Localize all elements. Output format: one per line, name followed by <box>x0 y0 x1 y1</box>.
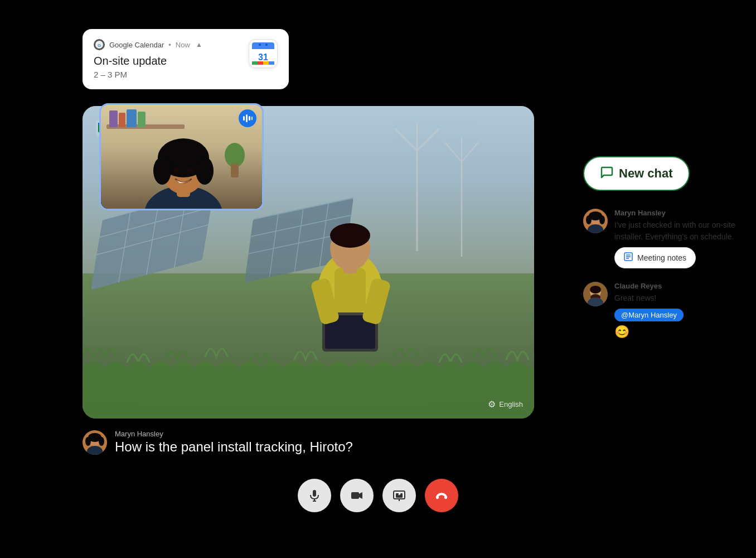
svg-rect-57 <box>109 110 118 127</box>
chat-content-maryn: Maryn Hansley I've just checked in with … <box>614 209 739 268</box>
notification-title: On-site update <box>94 55 242 68</box>
svg-rect-62 <box>231 163 239 177</box>
svg-rect-58 <box>119 113 125 127</box>
notes-icon <box>624 252 633 263</box>
notification-dot: • <box>168 41 171 49</box>
caption-speech-text: How is the panel install tracking, Hirot… <box>115 439 353 455</box>
svg-rect-59 <box>127 109 137 127</box>
svg-rect-17 <box>252 62 274 65</box>
caption-bar: Maryn Hansley How is the panel install t… <box>83 430 353 455</box>
new-chat-button[interactable]: New chat <box>583 156 690 191</box>
svg-rect-81 <box>313 490 316 497</box>
svg-rect-74 <box>251 117 253 120</box>
svg-point-70 <box>187 168 193 174</box>
svg-point-68 <box>196 157 214 185</box>
globe-icon: ⚙ <box>488 399 496 410</box>
chat-avatar-maryn <box>583 209 608 233</box>
svg-rect-45 <box>335 268 366 312</box>
audio-wave-icon <box>243 113 253 123</box>
language-badge[interactable]: ⚙ English <box>488 399 523 410</box>
svg-point-78 <box>85 437 91 446</box>
audio-indicator <box>239 109 256 127</box>
notification-source: Google Calendar <box>109 41 164 49</box>
chat-text-maryn: I've just checked in with our on-site in… <box>614 219 739 243</box>
svg-point-48 <box>330 223 370 248</box>
camera-button[interactable] <box>340 479 374 512</box>
calendar-badge: 31 <box>249 39 278 68</box>
svg-point-67 <box>153 157 171 185</box>
google-calendar-icon: G <box>94 39 105 50</box>
chat-message-2: Claude Reyes Great news! @Maryn Hansley … <box>583 282 739 339</box>
control-bar <box>298 479 458 512</box>
notification-header: G Google Calendar • Now ▲ <box>94 39 242 50</box>
notification-card: G Google Calendar • Now ▲ On-site update… <box>83 29 289 89</box>
meeting-notes-label: Meeting notes <box>637 253 686 262</box>
language-label: English <box>499 400 523 408</box>
svg-point-79 <box>99 437 104 446</box>
svg-point-94 <box>599 215 605 224</box>
chat-bubble-icon <box>600 165 613 182</box>
chat-message-1: Maryn Hansley I've just checked in with … <box>583 209 739 268</box>
chat-panel: New chat Maryn Hansley I've just checked… <box>583 156 739 353</box>
notification-time: Now <box>176 41 190 49</box>
notification-subtitle: 2 – 3 PM <box>94 70 242 79</box>
self-view-background <box>101 105 262 209</box>
svg-point-69 <box>174 168 180 174</box>
chat-sender-claude: Claude Reyes <box>614 282 739 290</box>
svg-rect-71 <box>243 116 245 121</box>
camera-icon <box>350 489 364 502</box>
caption-speaker-name: Maryn Hansley <box>115 430 353 438</box>
svg-point-93 <box>586 215 592 224</box>
self-view-pip <box>99 103 264 210</box>
svg-text:31: 31 <box>258 52 268 62</box>
hangup-icon <box>434 488 449 503</box>
mention-chip[interactable]: @Maryn Hansley <box>614 309 684 321</box>
svg-rect-72 <box>246 114 248 122</box>
svg-rect-84 <box>351 492 359 499</box>
present-icon <box>392 489 406 502</box>
chat-avatar-claude <box>583 282 608 306</box>
svg-text:G: G <box>98 43 101 48</box>
svg-rect-60 <box>138 112 146 127</box>
hangup-button[interactable] <box>425 479 458 512</box>
chat-sender-maryn: Maryn Hansley <box>614 209 739 217</box>
mic-button[interactable] <box>298 479 331 512</box>
caption-avatar <box>83 430 107 455</box>
chevron-up-icon: ▲ <box>196 41 202 49</box>
meeting-notes-chip[interactable]: Meeting notes <box>614 247 696 268</box>
present-button[interactable] <box>382 479 416 512</box>
notification-content: G Google Calendar • Now ▲ On-site update… <box>94 39 242 79</box>
mic-icon <box>308 489 321 502</box>
chat-text-claude: Great news! <box>614 292 739 304</box>
svg-rect-73 <box>249 116 250 121</box>
svg-point-102 <box>590 286 601 294</box>
caption-text-block: Maryn Hansley How is the panel install t… <box>115 430 353 455</box>
chat-content-claude: Claude Reyes Great news! @Maryn Hansley … <box>614 282 739 339</box>
new-chat-label: New chat <box>619 166 673 181</box>
reaction-emoji: 😊 <box>614 325 739 339</box>
